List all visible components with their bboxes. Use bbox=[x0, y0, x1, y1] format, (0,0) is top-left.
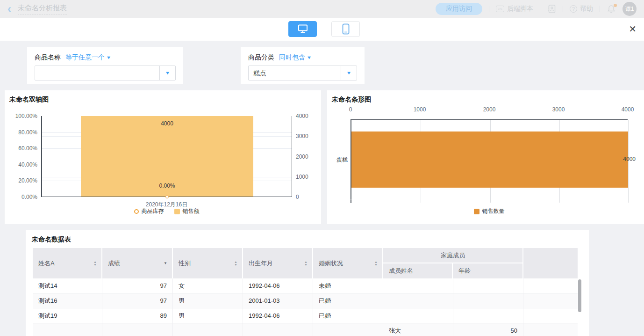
chevron-down-icon: ▼ bbox=[307, 55, 312, 60]
column-header-birth[interactable]: 出生年月 ▲▼ bbox=[243, 248, 313, 278]
column-header-name[interactable]: 姓名A ▲▼ bbox=[33, 248, 102, 278]
legend-label: 商品库存 bbox=[142, 207, 164, 215]
divider bbox=[600, 6, 600, 12]
app-access-button[interactable]: 应用访问 bbox=[436, 3, 482, 15]
cell-empty bbox=[523, 323, 578, 336]
legend-item-bar[interactable]: 销售数量 bbox=[474, 207, 505, 215]
y-axis-tick: 60.00% bbox=[5, 145, 37, 152]
filter-value-input[interactable]: ▼ bbox=[35, 66, 176, 80]
backend-script-button[interactable]: </> 后端脚本 bbox=[496, 5, 533, 13]
cell-birth bbox=[243, 323, 313, 336]
cell-marital: 已婚 bbox=[313, 308, 383, 323]
chevron-down-icon: ▼ bbox=[165, 71, 171, 75]
avatar[interactable]: 谭1 bbox=[623, 2, 637, 16]
sort-icon[interactable]: ▲▼ bbox=[304, 261, 308, 266]
table-row[interactable]: 测试19 89 男 1992-04-06 已婚 bbox=[33, 308, 578, 323]
backend-script-label: 后端脚本 bbox=[507, 5, 533, 13]
notification-bell-icon[interactable] bbox=[607, 4, 616, 14]
secondary-y-axis-tick: 4000 bbox=[296, 113, 319, 119]
cell-name: 测试16 bbox=[33, 293, 102, 308]
secondary-y-axis-tick: 1000 bbox=[296, 174, 319, 180]
line-series-icon bbox=[134, 209, 139, 214]
sort-icon[interactable]: ▲▼ bbox=[93, 261, 97, 266]
chart-title: 未命名条形图 bbox=[332, 95, 371, 104]
column-header-gender[interactable]: 性别 ▲▼ bbox=[173, 248, 243, 278]
column-header-score[interactable]: 成绩 ▼ bbox=[102, 248, 173, 278]
sort-icon[interactable]: ▲▼ bbox=[374, 261, 378, 266]
cell-gender bbox=[173, 323, 243, 336]
cell-score bbox=[102, 323, 173, 336]
header-right: 应用访问 </> 后端脚本 ? 帮助 bbox=[436, 2, 637, 16]
cell-age bbox=[453, 293, 523, 308]
secondary-y-axis-tick: 3000 bbox=[296, 133, 319, 139]
help-button[interactable]: ? 帮助 bbox=[570, 5, 593, 13]
x-axis-tick: 0 bbox=[336, 106, 365, 113]
column-header-marital[interactable]: 婚姻状况 ▲▼ bbox=[313, 248, 383, 278]
column-group-family: 家庭成员 成员姓名 年龄 bbox=[383, 248, 523, 278]
table-scrollbar[interactable] bbox=[578, 279, 581, 312]
column-header-member-name[interactable]: 成员姓名 bbox=[383, 263, 453, 278]
legend-item-bar[interactable]: 销售额 bbox=[174, 207, 200, 215]
legend-label: 销售数量 bbox=[482, 207, 505, 215]
table-row[interactable]: 张大 50 bbox=[33, 323, 578, 336]
y-axis-tick: 80.00% bbox=[5, 129, 37, 136]
dropdown-button[interactable]: ▼ bbox=[159, 66, 175, 80]
help-label: 帮助 bbox=[580, 5, 593, 13]
cell-member-name: 张大 bbox=[383, 323, 453, 336]
divider bbox=[540, 6, 540, 12]
x-axis-tick: 2000 bbox=[475, 106, 503, 113]
desktop-view-button[interactable] bbox=[288, 21, 317, 37]
mobile-icon bbox=[342, 23, 350, 35]
y-axis-tick: 100.00% bbox=[5, 113, 37, 119]
column-label: 出生年月 bbox=[249, 259, 273, 268]
category-label: 蛋糕 bbox=[327, 156, 348, 164]
sort-icon[interactable]: ▲▼ bbox=[234, 261, 237, 266]
preview-toolbar: ✕ bbox=[0, 18, 644, 41]
bar-chart-card: 未命名条形图 0 1000 2000 3000 4000 蛋糕 4000 销售数… bbox=[327, 90, 644, 224]
cell-score: 97 bbox=[102, 293, 173, 308]
group-header-label: 家庭成员 bbox=[383, 248, 522, 263]
filter-value-input[interactable]: 糕点 ▼ bbox=[248, 66, 357, 80]
filter-label: 商品名称 bbox=[35, 53, 61, 62]
filter-operator-label: 等于任意一个 bbox=[65, 53, 105, 62]
chart-title: 未命名双轴图 bbox=[9, 95, 49, 104]
divider bbox=[563, 6, 563, 12]
cell-birth: 1992-04-06 bbox=[243, 278, 313, 293]
sort-desc-icon[interactable]: ▼ bbox=[164, 262, 167, 265]
mobile-view-button[interactable] bbox=[331, 21, 360, 37]
table-body: 测试14 97 女 1992-04-06 未婚 测试16 97 男 2001-0… bbox=[33, 278, 578, 336]
question-icon: ? bbox=[570, 5, 577, 13]
axis-tick-mark bbox=[351, 199, 351, 203]
cell-marital: 未婚 bbox=[313, 278, 383, 293]
line-point-marker[interactable] bbox=[165, 195, 169, 198]
y-axis-tick: 0.00% bbox=[5, 194, 37, 200]
cell-name bbox=[33, 323, 102, 336]
legend-item-line[interactable]: 商品库存 bbox=[134, 207, 164, 215]
data-table-card: 未命名数据表 姓名A ▲▼ 成绩 ▼ 性别 ▲▼ 出生年月 ▲▼ bbox=[26, 230, 589, 336]
filter-operator-label: 同时包含 bbox=[279, 53, 305, 62]
filter-operator[interactable]: 等于任意一个 ▼ bbox=[65, 53, 111, 62]
x-axis-tick: 1000 bbox=[406, 106, 434, 113]
x-axis-tick: 4000 bbox=[614, 106, 642, 113]
filter-card-product-category: 商品分类 同时包含 ▼ 糕点 ▼ bbox=[241, 47, 365, 84]
column-label: 姓名A bbox=[38, 259, 55, 268]
line-value-label: 0.00% bbox=[81, 183, 253, 189]
filter-operator[interactable]: 同时包含 ▼ bbox=[279, 53, 311, 62]
sales-quantity-bar[interactable] bbox=[351, 131, 628, 188]
bar-value-label: 4000 bbox=[612, 156, 636, 162]
data-table: 姓名A ▲▼ 成绩 ▼ 性别 ▲▼ 出生年月 ▲▼ 婚姻状况 ▲▼ bbox=[33, 248, 578, 336]
filter-value: 糕点 bbox=[249, 66, 341, 80]
divider bbox=[489, 6, 489, 12]
chart-legend: 销售数量 bbox=[351, 207, 628, 215]
report-title[interactable]: 未命名分析报表 bbox=[18, 4, 67, 15]
contacts-button[interactable] bbox=[547, 4, 556, 14]
column-header-age[interactable]: 年龄 bbox=[453, 263, 522, 278]
back-icon[interactable]: ‹ bbox=[7, 4, 11, 14]
screen: ‹ 未命名分析报表 应用访问 </> 后端脚本 ? 帮助 bbox=[0, 0, 644, 336]
table-row[interactable]: 测试14 97 女 1992-04-06 未婚 bbox=[33, 278, 578, 293]
cell-empty bbox=[523, 308, 578, 323]
cell-gender: 女 bbox=[173, 278, 243, 293]
dropdown-button[interactable]: ▼ bbox=[341, 66, 357, 80]
table-row[interactable]: 测试16 97 男 2001-01-03 已婚 bbox=[33, 293, 578, 308]
close-icon[interactable]: ✕ bbox=[629, 23, 637, 35]
